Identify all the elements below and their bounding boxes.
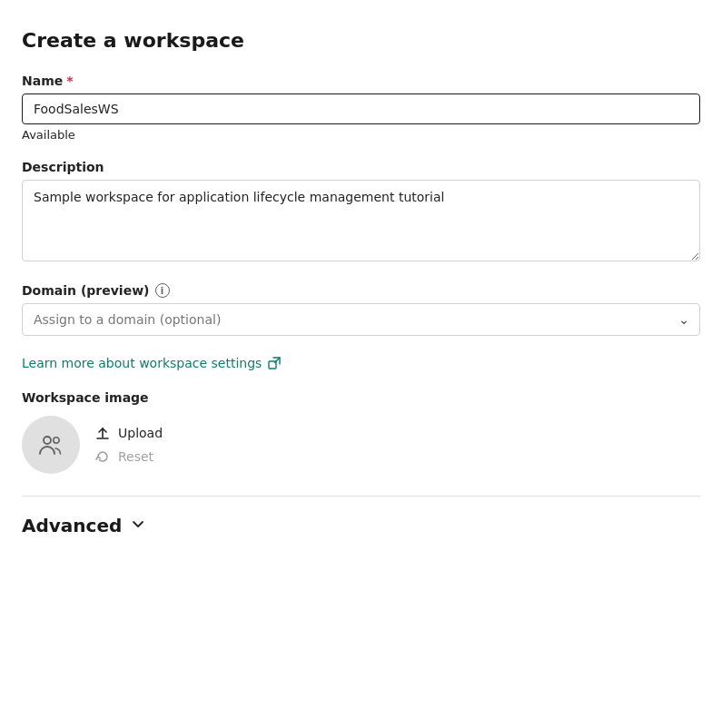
name-label: Name * [22,74,700,88]
workspace-image-controls: Upload Reset [22,416,700,474]
description-field-group: Description Sample workspace for applica… [22,160,700,265]
people-icon [36,430,65,459]
domain-field-group: Domain (preview) i Assign to a domain (o… [22,283,700,336]
required-indicator: * [66,74,73,88]
description-label: Description [22,160,700,174]
image-action-buttons: Upload Reset [94,425,163,465]
reset-label: Reset [118,449,153,464]
name-label-text: Name [22,74,63,88]
description-input[interactable]: Sample workspace for application lifecyc… [22,180,700,261]
reset-button[interactable]: Reset [94,448,163,465]
section-divider [22,496,700,497]
workspace-image-label: Workspace image [22,390,700,405]
domain-info-icon[interactable]: i [155,283,170,298]
upload-icon [94,425,111,441]
domain-label: Domain (preview) i [22,283,700,298]
name-input[interactable] [22,93,700,124]
availability-status: Available [22,128,700,142]
svg-point-3 [54,438,59,443]
svg-point-2 [44,437,51,444]
reset-icon [94,448,111,465]
domain-select-wrapper: Assign to a domain (optional) ⌄ [22,303,700,336]
upload-label: Upload [118,426,163,440]
learn-more-link[interactable]: Learn more about workspace settings [22,356,282,370]
svg-line-1 [275,358,281,363]
domain-select[interactable]: Assign to a domain (optional) [22,303,700,336]
workspace-avatar [22,416,80,474]
name-field-group: Name * Available [22,74,700,142]
page-title: Create a workspace [22,29,700,52]
advanced-section[interactable]: Advanced [22,515,700,536]
upload-button[interactable]: Upload [94,425,163,441]
learn-more-text: Learn more about workspace settings [22,356,262,370]
advanced-title: Advanced [22,515,122,536]
external-link-icon [267,356,282,370]
advanced-chevron-icon [129,515,147,536]
workspace-image-section: Workspace image Upload [22,390,700,474]
domain-label-text: Domain (preview) [22,283,150,298]
